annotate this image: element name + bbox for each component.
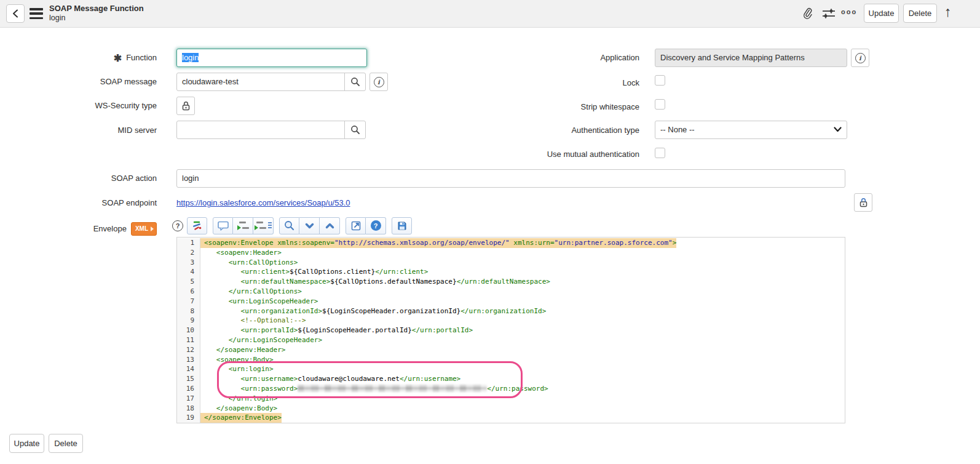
syntax-highlight-button[interactable] xyxy=(187,217,207,234)
code-line: 11 </urn:LoginScopeHeader> xyxy=(177,335,845,345)
comment-bubble-icon xyxy=(218,221,229,231)
code-line: 1<soapenv:Envelope xmlns:soapenv="http:/… xyxy=(177,238,845,248)
redacted-password xyxy=(298,385,487,392)
page-title: SOAP Message Function xyxy=(49,3,144,14)
soap-message-field: cloudaware-test xyxy=(176,73,366,91)
authentication-type-value: -- None -- xyxy=(660,125,695,134)
more-options-button[interactable]: ooo xyxy=(841,8,857,15)
xml-badge[interactable]: XML xyxy=(131,222,157,236)
selected-text: login xyxy=(182,53,199,62)
soap-message-lookup-button[interactable] xyxy=(344,73,365,90)
use-mutual-authentication-checkbox[interactable] xyxy=(655,148,665,158)
code-line: 14 <urn:login> xyxy=(177,364,845,374)
code-line: 18 </soapenv:Body> xyxy=(177,404,845,414)
code-line: 12 </soapenv:Header> xyxy=(177,345,845,355)
syntax-highlight-icon xyxy=(192,220,202,231)
context-menu-icon[interactable] xyxy=(30,8,43,19)
external-link-icon xyxy=(351,221,361,231)
function-input[interactable]: login xyxy=(176,49,367,67)
replace-all-button[interactable] xyxy=(253,217,274,234)
toggle-comment-button[interactable] xyxy=(213,217,233,234)
footer-update-button[interactable]: Update xyxy=(9,434,44,453)
mid-server-lookup-button[interactable] xyxy=(344,121,365,138)
help-icon: ? xyxy=(371,220,381,231)
replace-icon xyxy=(237,221,249,230)
replace-all-icon xyxy=(255,221,272,230)
search-icon xyxy=(350,77,360,87)
mid-server-input[interactable] xyxy=(177,121,344,138)
code-lines: 1<soapenv:Envelope xmlns:soapenv="http:/… xyxy=(177,238,845,423)
chevron-down-icon xyxy=(834,127,842,132)
strip-whitespace-checkbox[interactable] xyxy=(655,99,665,110)
mid-server-field xyxy=(176,121,366,139)
soap-action-label: SOAP action xyxy=(9,174,157,183)
envelope-label: EnvelopeXML xyxy=(9,222,157,236)
search-icon xyxy=(350,125,360,135)
footer-delete-button[interactable]: Delete xyxy=(49,434,83,453)
code-line: 8 <urn:organizationId>${LoginScopeHeader… xyxy=(177,306,845,316)
code-line: 7 <urn:LoginScopeHeader> xyxy=(177,297,845,306)
editor-help-button[interactable]: ? xyxy=(366,217,386,234)
envelope-code-editor[interactable]: 1<soapenv:Envelope xmlns:soapenv="http:/… xyxy=(176,237,845,423)
search-button[interactable] xyxy=(279,217,299,234)
strip-whitespace-label: Strip whitespace xyxy=(455,102,639,112)
record-subtitle: login xyxy=(49,13,65,23)
open-new-window-button[interactable] xyxy=(346,217,366,234)
code-line: 2 <soapenv:Header> xyxy=(177,248,845,258)
authentication-type-label: Authentication type xyxy=(455,126,639,135)
application-field: Discovery and Service Mapping Patterns xyxy=(655,49,847,67)
soap-message-input[interactable]: cloudaware-test xyxy=(177,73,344,90)
lock-icon xyxy=(859,198,868,207)
soap-endpoint-label: SOAP endpoint xyxy=(9,198,157,208)
editor-toolbar: ? xyxy=(172,217,417,234)
scroll-top-icon[interactable]: ↑ xyxy=(944,4,952,20)
badge-arrow-icon xyxy=(151,226,154,231)
sliders-icon xyxy=(822,7,836,20)
code-line: 10 <urn:portalId>${LoginScopeHeader.port… xyxy=(177,326,845,335)
find-next-button[interactable] xyxy=(299,217,320,234)
mid-server-label: MID server xyxy=(9,126,157,135)
mandatory-icon: ✱ xyxy=(114,53,122,63)
soap-message-preview-button[interactable]: i xyxy=(369,73,388,91)
authentication-type-select[interactable]: -- None -- xyxy=(655,121,847,139)
replace-button[interactable] xyxy=(233,217,253,234)
code-line: 3 <urn:CallOptions> xyxy=(177,258,845,268)
code-line: 13 <soapenv:Body> xyxy=(177,355,845,365)
back-chevron-icon xyxy=(12,9,19,18)
save-icon xyxy=(397,221,407,231)
header-delete-button[interactable]: Delete xyxy=(903,4,937,23)
info-icon: i xyxy=(374,77,384,87)
code-line: 17 </urn:login> xyxy=(177,394,845,404)
attachment-button[interactable] xyxy=(799,5,816,22)
info-icon: i xyxy=(855,53,866,63)
back-button[interactable] xyxy=(6,4,25,23)
soap-endpoint-link[interactable]: https://login.salesforce.com/services/So… xyxy=(176,198,350,207)
header-bar: SOAP Message Function login ooo Update D… xyxy=(0,0,980,28)
soap-message-function-form: SOAP Message Function login ooo Update D… xyxy=(0,0,980,464)
soap-message-label: SOAP message xyxy=(9,77,157,87)
lock-checkbox[interactable] xyxy=(655,75,665,86)
function-label: ✱Function xyxy=(9,53,157,63)
ws-security-type-label: WS-Security type xyxy=(9,101,157,111)
code-line: 19</soapenv:Envelope> xyxy=(177,413,845,423)
soap-action-input[interactable]: login xyxy=(176,169,845,188)
personalize-form-button[interactable] xyxy=(820,5,837,22)
code-line: 4 <urn:client>${CallOptions.client}</urn… xyxy=(177,267,845,277)
ws-security-lock-button[interactable] xyxy=(176,97,195,115)
header-update-button[interactable]: Update xyxy=(864,4,899,23)
editor-help-icon[interactable]: ? xyxy=(172,220,183,231)
code-line: 9 <!--Optional:--> xyxy=(177,316,845,326)
find-previous-button[interactable] xyxy=(320,217,340,234)
soap-endpoint-lock-button[interactable] xyxy=(854,193,872,212)
application-preview-button[interactable]: i xyxy=(851,49,869,67)
code-line: 16 <urn:password></urn:password> xyxy=(177,384,845,394)
search-icon xyxy=(284,220,294,231)
chevron-down-icon xyxy=(305,223,314,229)
chevron-up-icon xyxy=(325,223,334,229)
paperclip-icon xyxy=(802,7,814,21)
application-label: Application xyxy=(455,53,639,63)
lock-icon xyxy=(181,101,191,111)
code-line: 5 <urn:defaultNamespace>${CallOptions.de… xyxy=(177,277,845,287)
use-mutual-authentication-label: Use mutual authentication xyxy=(455,150,639,159)
save-button[interactable] xyxy=(392,217,412,234)
